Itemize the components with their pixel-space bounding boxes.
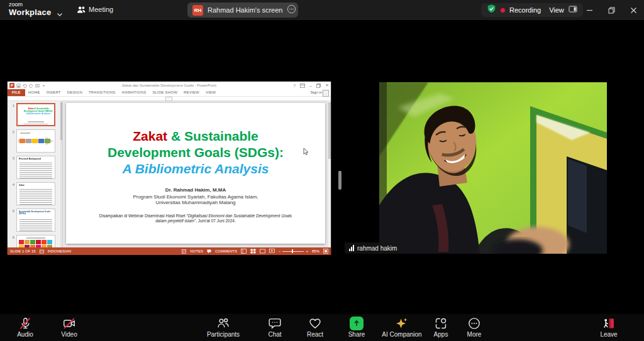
slide-number: 5 [8,208,16,232]
share-label: Share [348,331,365,338]
language-indicator[interactable]: INDONESIAN [48,249,71,253]
mini-text-bar [28,121,44,122]
fit-to-window-icon[interactable] [323,249,328,254]
zoom-slider[interactable]: − + [279,249,308,253]
notes-icon[interactable] [182,249,186,254]
more-button[interactable]: More [446,316,502,338]
slide-thumbnail-4[interactable]: Zakat [16,182,55,205]
slide-affiliation: Program Studi Ekonomi Syariah, Fakultas … [66,194,325,205]
audio-level-icon [349,245,354,251]
ribbon-expand-icon[interactable]: ⌄ [165,97,172,101]
spellcheck-icon[interactable] [40,249,44,254]
slide-author: Dr. Rahmad Hakim, M.MA [66,187,325,193]
mini-body-text [19,219,52,232]
slide-thumbnail-3[interactable]: Research Background [16,156,55,179]
audio-label: Audio [17,331,33,338]
quick-access-toolbar: P [8,83,46,88]
mini-title-blue: A Bibliometric Analysis [19,112,55,115]
video-label: Video [61,331,77,338]
tab-screen-share[interactable]: RH Rahmad Hakim's screen [187,3,298,18]
slide-thumbnail-6[interactable] [16,235,55,247]
leave-label: Leave [600,331,617,338]
mic-muted-icon [18,316,32,330]
ppt-close-icon[interactable]: ✕ [325,83,329,88]
slide-number: 3 [8,156,16,179]
slideshow-view-icon[interactable] [269,249,275,254]
notes-button[interactable]: NOTES [190,249,203,253]
view-layout-icon[interactable] [569,4,577,16]
affiliation-line-1: Program Studi Ekonomi Syariah, Fakultas … [66,194,325,200]
ribbon-tab-view[interactable]: VIEW [203,89,219,96]
affiliation-line-2: Universitas Muhammadiyah Malang [66,200,325,205]
ribbon-options-icon[interactable] [300,84,305,88]
slide-thumbnail-5[interactable]: Sustainable Development Goals (SDGs) [16,208,55,232]
slide-scrollbar[interactable] [328,101,331,247]
redo-icon[interactable] [29,84,33,88]
powerpoint-app-icon: P [9,83,14,88]
mini-process-boxes [19,139,50,143]
ribbon-tab-slideshow[interactable]: SLIDE SHOW [149,89,180,96]
zoom-slider-thumb[interactable] [292,249,293,253]
mini-title-green1: & Sustainable [34,107,49,109]
powerpoint-window: P Zakat dan Sustainable Development Goal… [8,82,331,254]
normal-view-icon[interactable] [241,249,247,254]
mini-slide-title: Zakat [19,184,55,186]
view-button[interactable]: View [549,6,564,14]
slide-title-line3: A Bibliometric Analysis [66,161,325,177]
zoom-level[interactable]: 85% [312,249,319,253]
ribbon-tab-file[interactable]: FILE [8,89,25,96]
zoom-title-bar: zoom Workplace Meeting RH Rahmad Hakim's… [0,0,644,20]
security-shield-icon[interactable] [487,4,496,16]
panel-resize-handle[interactable] [338,171,341,190]
chevron-down-icon[interactable] [57,8,63,19]
ribbon-tab-transitions[interactable]: TRANSITIONS [86,89,119,96]
ppt-minimize-icon[interactable]: – [309,84,312,88]
slide-title: Zakat & Sustainable Development Goals (S… [66,128,325,177]
help-icon[interactable]: ? [293,84,296,88]
powerpoint-status-bar: SLIDE 1 OF 15 INDONESIAN NOTES COMMENTS … [8,247,331,255]
tab-options-icon[interactable] [287,4,296,16]
slide-canvas: Zakat & Sustainable Development Goals (S… [63,101,331,247]
ribbon-tab-review[interactable]: REVIEW [180,89,203,96]
video-button[interactable]: Video [41,316,97,338]
share-screen-icon [350,317,364,330]
ribbon-tab-design[interactable]: DESIGN [64,89,86,96]
close-button[interactable] [624,0,643,20]
tab-meeting[interactable]: Meeting [89,6,113,13]
leave-button[interactable]: Leave [580,316,637,338]
slide-thumbnail-1[interactable]: Zakat & Sustainable Development Goals (S… [16,103,55,126]
zoom-in-icon[interactable]: + [306,249,308,253]
reading-view-icon[interactable] [260,249,265,254]
sign-in-link[interactable]: Sign in [311,90,322,94]
ribbon-tab-insert[interactable]: INSERT [43,89,64,96]
avatar: RH [192,5,203,16]
zoom-out-icon[interactable]: − [279,249,281,253]
thumbnail-row-3: 3 Research Background [8,156,62,179]
recording-status: Recording [509,6,541,14]
qat-dropdown-icon[interactable] [42,84,46,88]
comments-button[interactable]: COMMENTS [215,249,237,253]
screen-share-tab-label: Rahmad Hakim's screen [208,6,282,14]
participants-button[interactable]: Participants [195,316,252,338]
thumbnail-scrollbar[interactable] [60,101,62,247]
slide-thumbnail-2[interactable] [16,129,55,153]
restore-button[interactable] [602,0,621,20]
meeting-status-group: Recording View [481,3,583,17]
ribbon-tab-animations[interactable]: ANIMATIONS [118,89,149,96]
save-icon[interactable] [16,84,21,88]
slide-title-line2: Development Goals (SDGs): [66,144,325,161]
participants-label: Participants [207,331,240,338]
ribbon-tab-home[interactable]: HOME [25,89,43,96]
ppt-restore-icon[interactable] [316,84,321,88]
slide-sorter-view-icon[interactable] [250,249,256,254]
start-slideshow-icon[interactable] [35,84,40,88]
mini-slide-title: Research Background [19,158,55,160]
comments-icon[interactable] [207,249,211,254]
slide-number: 4 [8,182,16,205]
camera-muted-icon [62,316,76,330]
sign-in-avatar[interactable] [323,90,329,97]
minimize-button[interactable] [580,0,599,20]
current-slide: Zakat & Sustainable Development Goals (S… [66,103,325,244]
undo-icon[interactable] [23,84,27,88]
mini-text-bar [20,133,30,134]
